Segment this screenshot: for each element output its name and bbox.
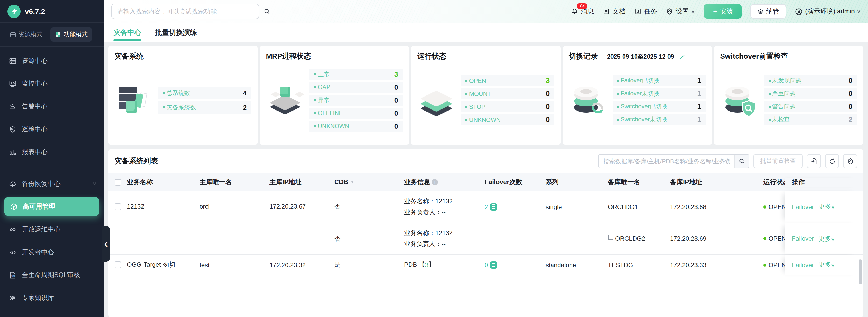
topbar-actions: 消息 77 文档 任务 设置 ∨ ＋ 安装: [571, 4, 868, 19]
mode-resource[interactable]: 资源模式: [5, 28, 47, 41]
select-all-checkbox[interactable]: [114, 179, 121, 185]
gear-icon: [666, 8, 673, 15]
layer: [280, 87, 290, 96]
run-status: OPEN: [763, 261, 785, 268]
sidebar-item-label: 专家知识库: [22, 293, 96, 302]
manage-button[interactable]: 纳管: [750, 4, 786, 19]
sidebar-item-developer-center[interactable]: 开发者中心: [0, 241, 104, 264]
mode-function-label: 功能模式: [64, 31, 88, 38]
sidebar-item-label: 资源中心: [22, 56, 96, 65]
sidebar-item-sql-audit[interactable]: SQL 全生命周期SQL审核: [0, 264, 104, 286]
row-standby-group: 否 业务名称：12132业务负责人：-- 2 single: [334, 191, 863, 254]
pdb-count[interactable]: 3: [425, 261, 428, 268]
global-search-input[interactable]: [112, 4, 259, 19]
export-button[interactable]: [807, 154, 821, 168]
failover-action[interactable]: Failover: [792, 203, 814, 210]
stat-row: MOUNT0: [461, 88, 554, 99]
table-vertical-scrollbar[interactable]: [859, 259, 862, 284]
sql-file-icon: SQL: [9, 271, 17, 279]
alarm-icon: [9, 103, 17, 110]
col-business-info-label: 业务信息: [404, 178, 430, 186]
document-icon: [603, 8, 610, 15]
more-label: 更多: [818, 203, 831, 210]
sidebar-item-report-center[interactable]: 报表中心: [0, 141, 104, 164]
mode-function[interactable]: 功能模式: [50, 28, 92, 41]
standby-unique-name: ORCLDG2: [608, 235, 670, 242]
sidebar-item-alert-center[interactable]: 告警中心: [0, 95, 104, 118]
user-menu[interactable]: (演示环境) admin ∨: [795, 7, 861, 16]
tab-disaster-recovery-center[interactable]: 灾备中心: [114, 23, 142, 41]
sidebar-item-inspection-center[interactable]: 巡检中心: [0, 118, 104, 141]
row-checkbox[interactable]: [114, 203, 121, 210]
failover-action[interactable]: Failover: [792, 235, 814, 242]
filter-icon[interactable]: [350, 179, 355, 185]
business-info: PDB 【3】: [404, 260, 485, 269]
stat-label: UNKNOWN: [314, 123, 349, 129]
refresh-button[interactable]: [825, 154, 839, 168]
search-icon[interactable]: [263, 8, 271, 15]
stat-value: 1: [697, 103, 701, 111]
tab-batch-switch-drill[interactable]: 批量切换演练: [155, 23, 197, 41]
stat-value: 0: [394, 109, 398, 117]
standby-subrow: 否 业务名称：12132业务负责人：-- 2 single: [334, 191, 863, 223]
business-info: 业务名称：12132业务负责人：--: [404, 196, 485, 218]
layers-icon: [757, 8, 764, 15]
sidebar-item-expert-knowledge[interactable]: 专家知识库: [0, 286, 104, 309]
install-button[interactable]: ＋ 安装: [704, 4, 741, 19]
server-illustration: [115, 79, 155, 121]
edit-pencil-icon[interactable]: [679, 53, 686, 60]
business-info-name: 业务名称：12132: [404, 197, 453, 205]
bar-chart-icon: [9, 148, 17, 156]
sidebar-item-open-ops-center[interactable]: 开放运维中心: [0, 218, 104, 241]
stat-row: 警告问题0: [764, 101, 857, 112]
col-primary-unique-name: 主库唯一名: [199, 178, 270, 186]
bell-icon: [571, 8, 578, 15]
failover-count-link[interactable]: 0: [485, 261, 497, 268]
status-dot: [763, 205, 767, 208]
row-checkbox[interactable]: [114, 261, 121, 268]
col-business-info: 业务信息 i: [404, 178, 485, 186]
stat-value: 1: [697, 116, 701, 123]
sidebar-item-label: 高可用管理: [23, 202, 92, 211]
sidebar-item-label: 备份恢复中心: [22, 179, 88, 188]
primary-unique-name: test: [199, 261, 270, 268]
stat-label: GAP: [314, 84, 330, 90]
sidebar-item-resource-center[interactable]: 资源中心: [0, 49, 104, 72]
sidebar-item-monitor-center[interactable]: 监控中心: [0, 72, 104, 95]
search-icon[interactable]: [734, 154, 749, 168]
gear-icon: [846, 157, 854, 165]
more-action[interactable]: 更多∨: [818, 234, 834, 243]
row-actions: Failover 更多∨: [785, 191, 859, 223]
stat-row: GAP0: [309, 82, 403, 93]
settings-label: 设置: [676, 7, 689, 16]
infinity-icon: [9, 225, 17, 233]
manage-label: 纳管: [766, 7, 779, 16]
card-switch-records: 切换记录 2025-09-10至2025-12-09 Failover已切换: [562, 46, 712, 145]
more-action[interactable]: 更多∨: [818, 260, 834, 269]
stat-row: Failover已切换1: [612, 75, 706, 86]
standby-unique-name: TESTDG: [608, 261, 670, 268]
failover-count-link[interactable]: 2: [485, 203, 497, 210]
settings-menu[interactable]: 设置 ∨: [666, 7, 695, 16]
stat-label: Switchover未切换: [617, 116, 668, 123]
col-failover-count: Failover次数: [485, 178, 546, 186]
layers-illustration: [266, 79, 306, 121]
table-settings-button[interactable]: [843, 154, 857, 168]
sidebar-item-backup-restore-center[interactable]: 备份恢复中心 ∨: [0, 172, 104, 195]
more-action[interactable]: 更多∨: [818, 202, 834, 211]
user-avatar-icon: [795, 7, 802, 15]
info-icon[interactable]: i: [432, 179, 438, 185]
messages-button[interactable]: 消息 77: [571, 7, 594, 16]
sidebar-collapse-handle[interactable]: ❮: [102, 226, 111, 262]
summary-cards: 灾备系统 总系统数4 灾备系统数2: [108, 46, 863, 145]
shield-search-badge-icon: [741, 100, 756, 118]
failover-action[interactable]: Failover: [792, 261, 814, 268]
table-search-input[interactable]: [598, 154, 734, 168]
tasks-button[interactable]: 任务: [634, 7, 657, 16]
pdb-label: PDB 【: [404, 260, 425, 269]
batch-precheck-button[interactable]: 批量前置检查: [753, 154, 803, 168]
docs-button[interactable]: 文档: [603, 7, 625, 16]
chevron-down-icon: ∨: [831, 204, 835, 210]
status-dot: [763, 263, 767, 266]
sidebar-item-ha-management[interactable]: 高可用管理: [4, 197, 99, 216]
